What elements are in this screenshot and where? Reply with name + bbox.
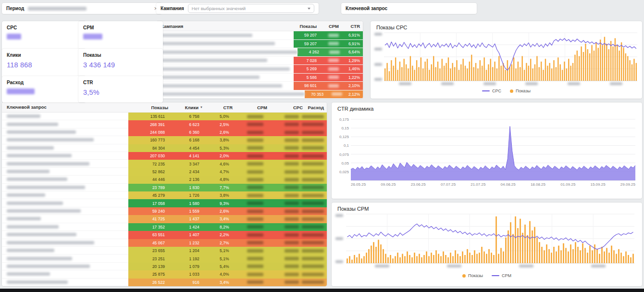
bar[interactable] bbox=[387, 257, 389, 263]
bar[interactable] bbox=[517, 228, 519, 263]
campaign-table-row[interactable]: 4 2626,64% bbox=[156, 48, 363, 57]
bar[interactable] bbox=[467, 68, 468, 81]
bar[interactable] bbox=[606, 248, 607, 263]
keyword-table-row[interactable]: 244 0886 3602,6% bbox=[2, 128, 327, 136]
bar[interactable] bbox=[380, 244, 382, 263]
bar[interactable] bbox=[505, 238, 507, 263]
bar[interactable] bbox=[612, 47, 613, 81]
bar[interactable] bbox=[444, 66, 445, 81]
bar[interactable] bbox=[416, 60, 417, 81]
bar[interactable] bbox=[410, 56, 411, 81]
bar[interactable] bbox=[496, 68, 497, 81]
bar[interactable] bbox=[512, 234, 514, 263]
bar[interactable] bbox=[543, 70, 544, 81]
bar[interactable] bbox=[592, 250, 593, 263]
bar[interactable] bbox=[431, 64, 432, 81]
bar[interactable] bbox=[579, 56, 580, 81]
bar[interactable] bbox=[545, 59, 546, 81]
bar[interactable] bbox=[426, 252, 427, 263]
bar[interactable] bbox=[368, 249, 370, 263]
bar[interactable] bbox=[513, 57, 514, 81]
bar[interactable] bbox=[475, 63, 476, 81]
bar[interactable] bbox=[395, 57, 396, 81]
bar[interactable] bbox=[629, 60, 630, 81]
bar[interactable] bbox=[610, 41, 611, 81]
bar[interactable] bbox=[416, 256, 418, 263]
bar[interactable] bbox=[595, 42, 596, 81]
bar[interactable] bbox=[421, 257, 422, 263]
bar[interactable] bbox=[594, 51, 594, 81]
keyword-table-row[interactable]: 23 7891 8307,7% bbox=[2, 184, 327, 191]
bar[interactable] bbox=[437, 62, 438, 81]
bar[interactable] bbox=[460, 64, 461, 81]
bar[interactable] bbox=[408, 68, 409, 81]
bar[interactable] bbox=[558, 246, 559, 263]
bar[interactable] bbox=[553, 247, 555, 263]
bar[interactable] bbox=[443, 252, 444, 263]
column-header-keyword[interactable]: Ключевой запрос bbox=[2, 102, 132, 112]
bar[interactable] bbox=[520, 219, 521, 263]
keyword-table-row[interactable]: 160 7736 1683,8% bbox=[2, 136, 327, 144]
bar[interactable] bbox=[633, 59, 634, 81]
bar[interactable] bbox=[457, 254, 458, 263]
column-header-impressions[interactable]: Показы bbox=[132, 102, 171, 112]
bar[interactable] bbox=[498, 254, 499, 263]
bar[interactable] bbox=[407, 252, 408, 263]
bar[interactable] bbox=[534, 64, 535, 81]
bar[interactable] bbox=[483, 252, 485, 263]
bar[interactable] bbox=[375, 247, 377, 263]
bar[interactable] bbox=[582, 243, 583, 263]
bar[interactable] bbox=[565, 248, 567, 263]
bar[interactable] bbox=[464, 255, 466, 263]
bar[interactable] bbox=[433, 56, 434, 81]
bar[interactable] bbox=[439, 68, 440, 81]
keyword-table-row[interactable]: 135 6116 7585,0% bbox=[2, 113, 327, 120]
bar[interactable] bbox=[406, 64, 407, 81]
bar[interactable] bbox=[541, 62, 542, 81]
keyword-table-row[interactable]: 268 3916 6232,5% bbox=[2, 120, 327, 128]
bar[interactable] bbox=[544, 250, 545, 263]
bar[interactable] bbox=[560, 64, 561, 81]
bar[interactable] bbox=[536, 238, 538, 263]
bar[interactable] bbox=[483, 57, 484, 81]
keyword-table-row[interactable]: 52 8622 4344,7% bbox=[2, 168, 327, 176]
bar[interactable] bbox=[560, 250, 562, 263]
bar[interactable] bbox=[577, 51, 578, 81]
campaign-table-row[interactable]: 5 2691,46% bbox=[156, 65, 363, 74]
bar[interactable] bbox=[479, 253, 480, 263]
keyword-table-row[interactable]: 25 8751 0334,0% bbox=[2, 270, 327, 278]
bar[interactable] bbox=[526, 63, 527, 81]
bar[interactable] bbox=[589, 246, 591, 263]
bar[interactable] bbox=[619, 51, 619, 81]
bar[interactable] bbox=[378, 240, 379, 263]
campaign-table-row[interactable]: 7 0281,29% bbox=[156, 57, 363, 65]
bar[interactable] bbox=[563, 243, 564, 263]
bar[interactable] bbox=[371, 246, 372, 263]
bar[interactable] bbox=[628, 255, 629, 263]
query-input[interactable] bbox=[391, 3, 472, 14]
column-header-clicks[interactable]: Клики ▼ bbox=[171, 102, 206, 112]
bar[interactable] bbox=[447, 257, 449, 263]
bar[interactable] bbox=[414, 253, 415, 263]
bar[interactable] bbox=[459, 256, 461, 263]
line-series[interactable] bbox=[347, 224, 633, 249]
keyword-table-row[interactable]: 17 3521 4248,2% bbox=[2, 223, 327, 231]
bar[interactable] bbox=[399, 257, 401, 263]
keyword-table-row[interactable]: 23 2511 1925,1% bbox=[2, 254, 327, 262]
bar[interactable] bbox=[431, 253, 432, 263]
bar[interactable] bbox=[623, 48, 624, 81]
bar[interactable] bbox=[594, 244, 595, 263]
bar[interactable] bbox=[557, 57, 558, 81]
bar[interactable] bbox=[440, 256, 442, 263]
bar[interactable] bbox=[465, 66, 466, 81]
bar[interactable] bbox=[599, 254, 600, 263]
bar[interactable] bbox=[469, 253, 471, 263]
bar[interactable] bbox=[608, 49, 609, 81]
bar[interactable] bbox=[399, 62, 400, 81]
keyword-table-row[interactable]: 23 6551 2045,1% bbox=[2, 247, 327, 254]
bar[interactable] bbox=[551, 68, 552, 81]
bar[interactable] bbox=[532, 230, 533, 263]
bar[interactable] bbox=[539, 67, 540, 81]
bar[interactable] bbox=[419, 254, 420, 263]
bar[interactable] bbox=[546, 244, 547, 263]
